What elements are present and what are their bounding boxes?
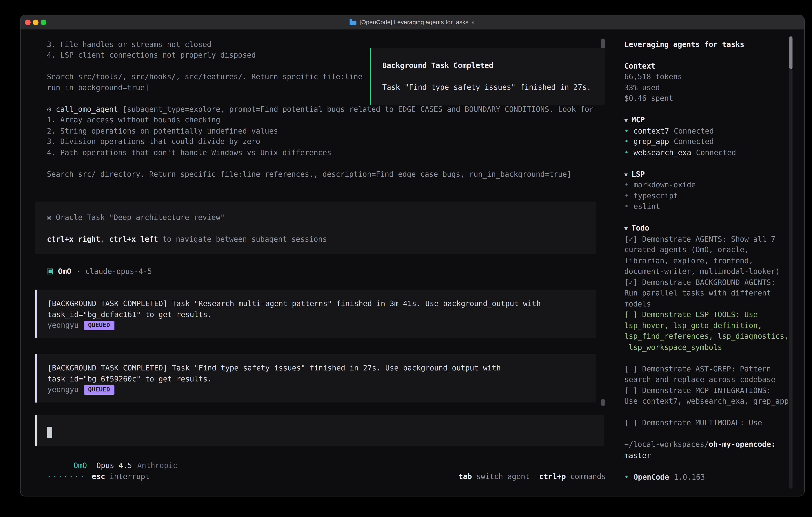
- status-bar: ·······esc interrupt tab switch agentctr…: [47, 471, 606, 482]
- bullet-icon: •: [625, 127, 629, 135]
- folder-icon: [349, 20, 356, 25]
- todo-line-active: lsp_hover, lsp_goto_definition,: [625, 320, 791, 331]
- bullet-icon: •: [625, 202, 629, 211]
- queued-message: [BACKGROUND TASK COMPLETED] Task "Find t…: [35, 354, 597, 403]
- sidebar: Leveraging agents for tasks Context 66,5…: [625, 39, 791, 483]
- mcp-item: •websearch_exaConnected: [625, 147, 791, 158]
- todo-line-pending: [ ] Demonstrate MCP INTEGRATIONS:: [625, 385, 791, 396]
- lsp-section-header[interactable]: ▼LSP: [625, 169, 791, 180]
- todo-line-done: Run parallel tasks with different: [625, 288, 791, 298]
- message-meta: yeongyuQUEUED: [48, 320, 586, 330]
- model-selector[interactable]: OmOOpus 4.5Anthropic: [47, 450, 177, 460]
- tool-name: call_omo_agent: [56, 105, 118, 113]
- oracle-hint-line: ctrl+x right, ctrl+x left to navigate be…: [47, 234, 585, 245]
- version-line: •OpenCode1.0.163: [625, 472, 791, 483]
- queued-badge: QUEUED: [84, 321, 114, 330]
- hint-text: to navigate between subagent sessions: [158, 235, 327, 243]
- scrollbar-thumb[interactable]: [789, 36, 793, 69]
- queued-badge: QUEUED: [84, 385, 114, 394]
- context-spent: $0.46 spent: [625, 93, 791, 104]
- status-right: tab switch agentctrl+p commands: [459, 471, 606, 482]
- agent-header: OmO · claude-opus-4-5: [47, 266, 152, 276]
- agent-model: claude-opus-4-5: [85, 266, 152, 276]
- agent-icon: [47, 268, 53, 274]
- todo-line-pending: search and replace across codebase: [625, 374, 791, 385]
- window-title: [OpenCode] Leveraging agents for tasks: [360, 19, 468, 25]
- traffic-lights: [25, 16, 46, 29]
- esc-label: interrupt: [110, 472, 149, 481]
- todo-line-done: librarian, explore, frontend,: [625, 255, 791, 266]
- author-name: yeongyu: [48, 385, 79, 393]
- model-provider: Anthropic: [137, 461, 177, 470]
- toast-notification[interactable]: Background Task Completed Task "Find typ…: [370, 48, 605, 105]
- lsp-item: •eslint: [625, 201, 791, 212]
- minimize-button[interactable]: [33, 19, 38, 25]
- todo-section-header[interactable]: ▼Todo: [625, 223, 791, 234]
- session-title: Leveraging agents for tasks: [625, 39, 791, 50]
- queued-message: [BACKGROUND TASK COMPLETED] Task "Resear…: [35, 290, 597, 338]
- todo-line-pending: Use context7, websearch_exa, grep_app: [625, 396, 791, 407]
- message-line: [BACKGROUND TASK COMPLETED] Task "Resear…: [48, 298, 586, 309]
- message-line: [BACKGROUND TASK COMPLETED] Task "Find t…: [48, 362, 586, 373]
- session-status-icon: ◐: [471, 19, 475, 25]
- output-line: Search src/ directory. Return specific f…: [47, 169, 604, 180]
- app-version: 1.0.163: [674, 472, 705, 481]
- opencode-window: [OpenCode] Leveraging agents for tasks ◐…: [20, 15, 805, 496]
- app-name: OpenCode: [634, 472, 669, 481]
- model-name: Opus 4.5: [96, 461, 132, 470]
- tool-args: [subagent_type=explore, prompt=Find pote…: [122, 105, 593, 113]
- titlebar: [OpenCode] Leveraging agents for tasks ◐: [21, 16, 804, 30]
- output-line: 1. Array access without bounds checking: [47, 114, 604, 125]
- hint-key: ctrl+x left: [109, 235, 158, 243]
- chevron-down-icon: ▼: [625, 225, 628, 232]
- separator-dot: ·: [76, 266, 81, 276]
- text-cursor: [47, 427, 52, 438]
- todo-line-done: [✓] Demonstrate AGENTS: Show all 7: [625, 234, 791, 244]
- oracle-icon: ◉: [47, 213, 51, 221]
- todo-line-pending: [ ] Demonstrate MULTIMODAL: Use: [625, 417, 791, 428]
- message-meta: yeongyuQUEUED: [48, 384, 586, 395]
- todo-line-done: models: [625, 298, 791, 309]
- window-title-group: [OpenCode] Leveraging agents for tasks ◐: [349, 19, 475, 25]
- spinner-dots-icon: ·······: [47, 472, 86, 481]
- workspace-branch: master: [625, 450, 791, 461]
- workspace-path: ~/local-workspaces/oh-my-opencode:: [625, 439, 791, 450]
- ctrlp-key: ctrl+p: [539, 472, 566, 481]
- chevron-down-icon: ▼: [625, 117, 628, 124]
- message-line: task_id="bg_dcfac161" to get results.: [48, 309, 586, 320]
- prompt-input[interactable]: [35, 415, 604, 446]
- message-line: task_id="bg_6f59260c" to get results.: [48, 373, 586, 384]
- maximize-button[interactable]: [40, 19, 46, 25]
- bullet-icon: •: [625, 191, 629, 200]
- hint-key: ctrl+x right: [47, 235, 100, 243]
- lsp-item: •markdown-oxide: [625, 180, 791, 190]
- todo-line-done: document-writer, multimodal-looker): [625, 266, 791, 277]
- author-name: yeongyu: [48, 321, 79, 329]
- output-line: 4. Path operations that don't handle Win…: [47, 147, 604, 158]
- todo-line-done: [✓] Demonstrate BACKGROUND AGENTS:: [625, 277, 791, 288]
- bullet-icon: •: [625, 181, 629, 189]
- tool-call-line: ⚙ call_omo_agent [subagent_type=explore,…: [47, 104, 604, 114]
- output-line: 2. String operations on potentially unde…: [47, 125, 604, 136]
- todo-line-active: lsp_workspace_symbols: [625, 342, 791, 352]
- context-tokens: 66,518 tokens: [625, 71, 791, 82]
- tab-label: switch agent: [476, 472, 530, 481]
- mcp-section-header[interactable]: ▼MCP: [625, 114, 791, 125]
- output-line: 3. Division operations that could divide…: [47, 136, 604, 147]
- todo-line-done: curated agents (OmO, oracle,: [625, 245, 791, 255]
- scrollbar-mark[interactable]: [601, 399, 605, 406]
- esc-key: esc: [92, 472, 105, 481]
- oracle-task-line: ◉ Oracle Task "Deep architecture review": [47, 212, 585, 223]
- model-short-label: OmO: [74, 461, 87, 470]
- context-heading: Context: [625, 61, 791, 71]
- chevron-down-icon: ▼: [625, 171, 628, 178]
- close-button[interactable]: [25, 19, 31, 25]
- bullet-icon: •: [625, 472, 629, 481]
- sidebar-scrollbar: [789, 36, 793, 489]
- status-left: ·······esc interrupt: [47, 471, 150, 482]
- todo-line-pending: [ ] Demonstrate AST-GREP: Pattern: [625, 363, 791, 374]
- bullet-icon: •: [625, 137, 629, 146]
- toast-title: Background Task Completed: [382, 60, 601, 71]
- desktop-background: [OpenCode] Leveraging agents for tasks ◐…: [0, 0, 812, 517]
- todo-line-active: [ ] Demonstrate LSP TOOLS: Use: [625, 309, 791, 320]
